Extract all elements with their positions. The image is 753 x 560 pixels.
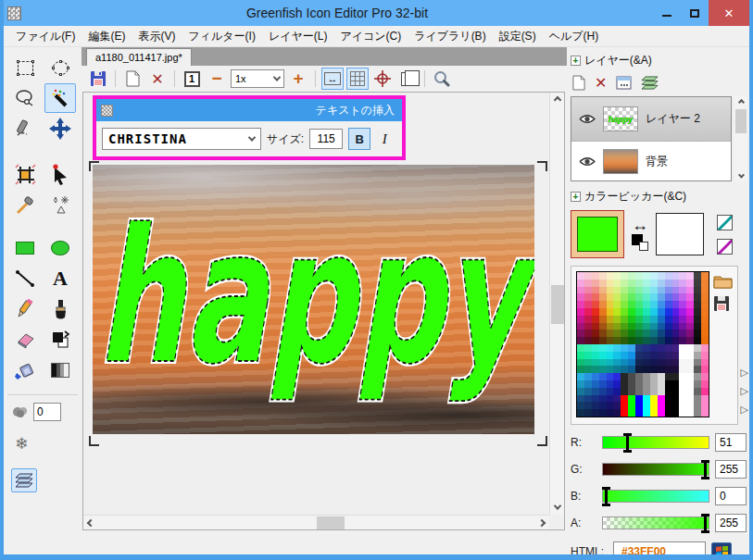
palette-cell[interactable]	[621, 308, 628, 316]
palette-cell[interactable]	[679, 352, 686, 359]
palette-cell[interactable]	[665, 287, 672, 294]
size-input[interactable]: 115	[309, 129, 343, 149]
palette-cell[interactable]	[613, 344, 621, 352]
palette-cell[interactable]	[643, 337, 650, 344]
palette-cell[interactable]	[658, 272, 665, 280]
palette-cell[interactable]	[628, 344, 635, 352]
menu-layer[interactable]: レイヤー(L)	[262, 26, 334, 47]
palette-cell[interactable]	[628, 316, 635, 323]
canvas-area[interactable]: テキストの挿入 CHRISTINA サイズ: 115 B I	[82, 92, 565, 530]
palette-cell[interactable]	[679, 395, 686, 403]
palette-cell[interactable]	[621, 272, 628, 280]
palette-cell[interactable]	[621, 373, 628, 380]
palette-cell[interactable]	[592, 402, 599, 409]
palette-cell[interactable]	[686, 280, 694, 287]
palette-cell[interactable]	[621, 395, 628, 403]
palette-cell[interactable]	[592, 308, 599, 316]
palette-cell[interactable]	[628, 287, 635, 294]
palette-cell[interactable]	[679, 409, 686, 417]
palette-cell[interactable]	[701, 272, 709, 280]
palette-cell[interactable]	[686, 359, 694, 367]
palette-cell[interactable]	[599, 352, 607, 359]
palette-cell[interactable]	[599, 402, 607, 409]
palette-cell[interactable]	[621, 359, 628, 367]
scroll-left-arrow[interactable]	[83, 516, 98, 530]
lasso-tool[interactable]	[9, 83, 41, 113]
pencil-tool[interactable]	[9, 294, 41, 324]
palette-cell[interactable]	[643, 301, 650, 308]
palette-cell[interactable]	[635, 301, 643, 308]
palette-cell[interactable]	[643, 280, 650, 287]
palette-cell[interactable]	[607, 388, 614, 395]
palette-cell[interactable]	[621, 301, 628, 308]
palette-cell[interactable]	[584, 308, 592, 316]
palette-cell[interactable]	[650, 337, 658, 344]
palette-cell[interactable]	[599, 344, 607, 352]
html-color-input[interactable]: #33FF00	[613, 541, 706, 560]
default-colors-button[interactable]	[632, 234, 648, 251]
palette-cell[interactable]	[607, 323, 614, 330]
palette-cell[interactable]	[672, 280, 680, 287]
palette-cell[interactable]	[665, 293, 672, 301]
palette-cell[interactable]	[584, 352, 592, 359]
palette-cell[interactable]	[613, 280, 621, 287]
palette-cell[interactable]	[694, 301, 701, 308]
palette-cell[interactable]	[613, 323, 621, 330]
palette-cell[interactable]	[592, 301, 599, 308]
palette-cell[interactable]	[628, 330, 635, 337]
palette-cell[interactable]	[607, 359, 614, 367]
palette-cell[interactable]	[672, 409, 680, 417]
palette-cell[interactable]	[650, 352, 658, 359]
palette-cell[interactable]	[701, 344, 709, 352]
palette-cell[interactable]	[635, 272, 643, 280]
palette-cell[interactable]	[607, 330, 614, 337]
palette-cell[interactable]	[577, 301, 584, 308]
scroll-down-arrow[interactable]	[550, 500, 565, 515]
pages-button[interactable]	[396, 68, 419, 90]
palette-cell[interactable]	[621, 388, 628, 395]
palette-cell[interactable]	[643, 293, 650, 301]
palette-cell[interactable]	[599, 380, 607, 388]
palette-cell[interactable]	[592, 272, 599, 280]
eraser-tool[interactable]	[9, 325, 41, 355]
layer-list-scrollbar[interactable]	[734, 96, 747, 181]
palette-cell[interactable]	[679, 337, 686, 344]
palette-cell[interactable]	[584, 402, 592, 409]
palette-cell[interactable]	[607, 280, 614, 287]
open-palette-button[interactable]	[713, 273, 733, 289]
palette-cell[interactable]	[679, 344, 686, 352]
palette-cell[interactable]	[613, 380, 621, 388]
palette-cell[interactable]	[701, 366, 709, 373]
palette-cell[interactable]	[658, 308, 665, 316]
palette-cell[interactable]	[658, 395, 665, 403]
palette-cell[interactable]	[577, 337, 584, 344]
palette-cell[interactable]	[621, 293, 628, 301]
palette-cell[interactable]	[665, 388, 672, 395]
alpha-value[interactable]: 255	[715, 514, 747, 532]
palette-cell[interactable]	[577, 280, 584, 287]
palette-cell[interactable]	[650, 308, 658, 316]
palette-cell[interactable]	[672, 287, 680, 294]
scroll-right-arrow[interactable]	[534, 516, 549, 530]
palette-cell[interactable]	[584, 293, 592, 301]
palette-cell[interactable]	[577, 352, 584, 359]
palette-cell[interactable]	[643, 380, 650, 388]
ellipse-select-tool[interactable]	[44, 53, 76, 82]
palette-cell[interactable]	[701, 359, 709, 367]
palette-cell[interactable]	[686, 395, 694, 403]
menu-icon[interactable]: アイコン(C)	[333, 26, 408, 47]
red-slider[interactable]	[602, 436, 709, 449]
palette-cell[interactable]	[694, 409, 701, 417]
palette-cell[interactable]	[658, 316, 665, 323]
palette-cell[interactable]	[679, 287, 686, 294]
blue-slider-handle[interactable]	[602, 487, 610, 506]
palette-cell[interactable]	[628, 352, 635, 359]
palette-cell[interactable]	[628, 308, 635, 316]
palette-cell[interactable]	[613, 308, 621, 316]
layer-row-layer2[interactable]: happy レイヤー 2	[571, 97, 731, 142]
palette-cell[interactable]	[621, 323, 628, 330]
maximize-button[interactable]	[681, 0, 709, 26]
palette-cell[interactable]	[701, 402, 709, 409]
palette-cell[interactable]	[628, 402, 635, 409]
palette-cell[interactable]	[679, 293, 686, 301]
